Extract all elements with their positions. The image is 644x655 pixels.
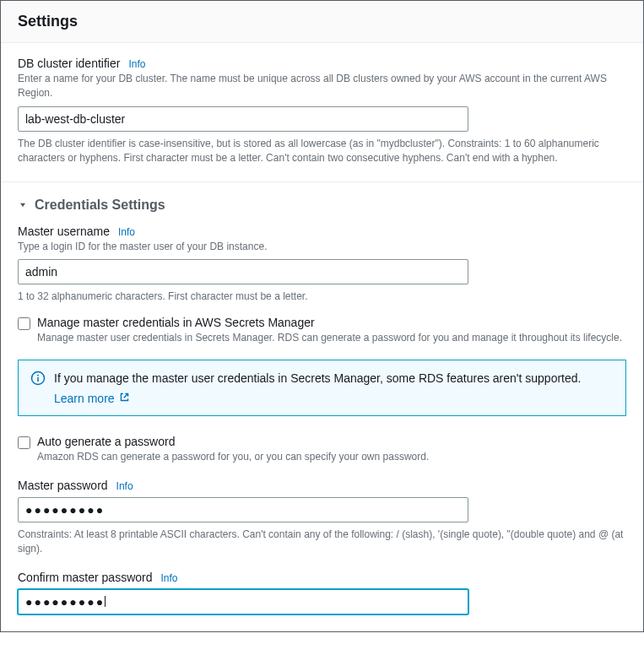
master-password-info-link[interactable]: Info bbox=[116, 480, 133, 492]
autogen-password-checkbox[interactable] bbox=[18, 436, 30, 449]
confirm-master-password-field: Confirm master password Info ●●●●●●●●● bbox=[18, 571, 626, 614]
master-username-field: Master username Info Type a login ID for… bbox=[18, 225, 626, 305]
db-cluster-identifier-label: DB cluster identifier bbox=[18, 57, 120, 70]
section-divider bbox=[1, 181, 643, 182]
db-cluster-identifier-constraint: The DB cluster identifier is case-insens… bbox=[18, 137, 626, 166]
settings-header: Settings bbox=[1, 1, 643, 43]
db-cluster-identifier-hint: Enter a name for your DB cluster. The na… bbox=[18, 72, 626, 101]
text-cursor bbox=[105, 596, 106, 607]
external-link-icon bbox=[119, 392, 130, 405]
master-username-label: Master username bbox=[18, 225, 110, 238]
settings-body: DB cluster identifier Info Enter a name … bbox=[1, 43, 643, 631]
confirm-master-password-input[interactable]: ●●●●●●●●● bbox=[18, 589, 468, 614]
info-icon bbox=[30, 371, 46, 406]
secrets-manager-checkbox-desc: Manage master user credentials in Secret… bbox=[37, 331, 626, 345]
learn-more-label: Learn more bbox=[54, 392, 115, 405]
master-password-input[interactable]: ●●●●●●●●● bbox=[18, 497, 468, 522]
master-password-constraint: Constraints: At least 8 printable ASCII … bbox=[18, 528, 626, 557]
confirm-master-password-label: Confirm master password bbox=[18, 571, 153, 584]
db-cluster-identifier-field: DB cluster identifier Info Enter a name … bbox=[18, 57, 626, 166]
page-title: Settings bbox=[18, 13, 626, 30]
credentials-section-title: Credentials Settings bbox=[35, 198, 165, 213]
master-username-info-link[interactable]: Info bbox=[118, 226, 135, 238]
settings-panel: Settings DB cluster identifier Info Ente… bbox=[0, 0, 644, 632]
master-password-label: Master password bbox=[18, 479, 108, 492]
master-username-input[interactable] bbox=[18, 259, 468, 284]
autogen-password-checkbox-desc: Amazon RDS can generate a password for y… bbox=[37, 450, 626, 464]
master-username-constraint: 1 to 32 alphanumeric characters. First c… bbox=[18, 290, 626, 304]
learn-more-link[interactable]: Learn more bbox=[54, 392, 130, 405]
secrets-manager-checkbox[interactable] bbox=[18, 317, 30, 330]
master-password-field: Master password Info ●●●●●●●●● Constrain… bbox=[18, 479, 626, 557]
svg-point-1 bbox=[37, 374, 39, 376]
secrets-manager-info-box: If you manage the master user credential… bbox=[18, 360, 626, 417]
autogen-password-checkbox-row: Auto generate a password Amazon RDS can … bbox=[18, 435, 626, 464]
info-box-text: If you manage the master user credential… bbox=[54, 371, 581, 387]
db-cluster-identifier-input[interactable] bbox=[18, 106, 468, 132]
credentials-section-toggle[interactable]: Credentials Settings bbox=[18, 198, 626, 213]
svg-rect-2 bbox=[37, 377, 39, 382]
caret-down-icon bbox=[18, 200, 28, 210]
secrets-manager-checkbox-label: Manage master credentials in AWS Secrets… bbox=[37, 316, 626, 329]
secrets-manager-checkbox-row: Manage master credentials in AWS Secrets… bbox=[18, 316, 626, 345]
confirm-master-password-info-link[interactable]: Info bbox=[161, 572, 178, 584]
autogen-password-checkbox-label: Auto generate a password bbox=[37, 435, 626, 448]
master-username-hint: Type a login ID for the master user of y… bbox=[18, 240, 626, 254]
db-cluster-identifier-info-link[interactable]: Info bbox=[128, 58, 145, 70]
